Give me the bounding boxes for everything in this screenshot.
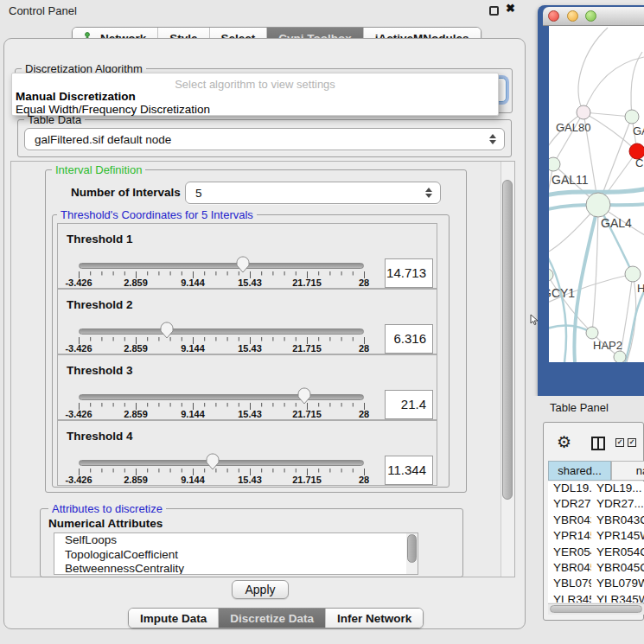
threshold-slider-track[interactable] <box>79 328 364 335</box>
attributes-scrollbar-thumb[interactable] <box>407 534 417 563</box>
dropdown-option-manual-discretization[interactable]: Manual Discretization <box>16 90 136 103</box>
slider-tick-label: -3.426 <box>56 475 101 485</box>
number-of-intervals-value: 5 <box>195 187 202 200</box>
number-of-intervals-spinner[interactable]: 5 <box>185 182 441 204</box>
threshold-value-field[interactable]: 6.316 <box>385 324 433 354</box>
apply-button[interactable]: Apply <box>232 580 289 599</box>
threshold-slider-thumb[interactable] <box>206 453 220 470</box>
cell-name: YLR345W <box>591 593 644 603</box>
threshold-slider-thumb[interactable] <box>236 256 250 273</box>
minimize-traffic-light[interactable] <box>567 10 578 22</box>
checkbox-icon[interactable]: ✓ <box>628 438 636 447</box>
threshold-slider-thumb[interactable] <box>160 322 174 339</box>
tab-discretize-data[interactable]: Discretize Data <box>218 609 325 628</box>
checkbox-icon[interactable]: ✓ <box>615 438 624 447</box>
network-node-label: GAL4 <box>601 216 632 230</box>
slider-tick-label: 2.859 <box>113 475 158 485</box>
table-data-selected-value: galFiltered.sif default node <box>35 133 171 146</box>
threshold-slider-track[interactable] <box>79 460 364 466</box>
table-row[interactable]: YBR043CYBR043C <box>548 513 644 529</box>
table-row[interactable]: YLR345WYLR345W <box>548 593 644 603</box>
horizontal-scrollbar-thumb[interactable] <box>550 605 642 613</box>
cell-name: YBR045C <box>591 561 644 577</box>
slider-tick-label: 28 <box>341 475 386 485</box>
table-row[interactable]: YBR045CYBR045C <box>548 561 644 577</box>
threshold-slider-track[interactable] <box>79 394 364 400</box>
attributes-group-title: Attributes to discretize <box>48 502 166 515</box>
close-traffic-light[interactable] <box>548 10 559 22</box>
zoom-traffic-light[interactable] <box>585 10 596 22</box>
network-node[interactable] <box>586 327 598 339</box>
cell-shared-name: YER054C <box>548 545 591 561</box>
screen: Control Panel ✖ NetworkStyleSelectCyni T… <box>0 0 644 644</box>
network-node-label: GCY1 <box>549 286 575 300</box>
cell-shared-name: YDL19... <box>548 481 591 497</box>
float-window-icon[interactable] <box>489 6 499 16</box>
slider-tick-label: 21.715 <box>284 409 329 419</box>
slider-tick-label: 21.715 <box>284 343 329 354</box>
numerical-attributes-list: SelfLoopsTopologicalCoefficientBetweenne… <box>54 532 418 575</box>
tab-impute-data[interactable]: Impute Data <box>129 609 218 628</box>
table-rows: YDL19...YDL19...YDR27...YDR27...YBR043CY… <box>548 481 644 603</box>
table-header-name[interactable]: name <box>611 461 644 481</box>
network-node[interactable] <box>549 269 553 281</box>
slider-tick-label: 28 <box>341 277 386 288</box>
table-row[interactable]: YBL079WYBL079W <box>548 577 644 592</box>
network-node[interactable] <box>577 105 590 119</box>
table-row[interactable]: YDL19...YDL19... <box>548 481 644 497</box>
gear-icon[interactable]: ⚙ <box>557 432 571 451</box>
table-header-shared-name[interactable]: shared... <box>548 461 611 481</box>
network-canvas[interactable]: GAL80GACGAL11GAL4GCY1HHAP2 <box>549 26 644 362</box>
slider-tick-label: 15.43 <box>227 475 272 485</box>
threshold-value-field[interactable]: 14.713 <box>385 258 433 288</box>
slider-tick-label: 15.43 <box>227 343 272 354</box>
table-panel-title: Table Panel <box>550 401 609 414</box>
numerical-attributes-label: Numerical Attributes <box>48 517 163 530</box>
table-data-select[interactable]: galFiltered.sif default node <box>24 128 505 150</box>
table-row[interactable]: YDR27...YDR27... <box>548 497 644 513</box>
tab-label: Infer Network <box>337 612 411 625</box>
attribute-item[interactable]: SelfLoops <box>54 533 418 548</box>
threshold-label: Threshold 1 <box>67 233 133 245</box>
slider-tick-label: 9.144 <box>170 409 215 419</box>
vertical-scrollbar-thumb[interactable] <box>502 180 513 500</box>
tab-label: Discretize Data <box>230 612 314 625</box>
slider-tick-label: 21.715 <box>284 277 329 288</box>
threshold-slider-track[interactable] <box>79 263 364 269</box>
slider-tick-label: 2.859 <box>113 277 158 288</box>
threshold-row: Threshold 4 11.344 -3.4262.8599.14415.43… <box>57 420 437 486</box>
threshold-label: Threshold 4 <box>67 430 133 443</box>
cell-name: YDL19... <box>591 481 644 497</box>
network-node[interactable] <box>614 351 626 362</box>
network-node[interactable] <box>625 266 641 282</box>
slider-tick-label: -3.426 <box>56 277 101 288</box>
cell-shared-name: YLR345W <box>548 593 591 603</box>
cell-name: YDR27... <box>591 497 644 513</box>
tab-infer-network[interactable]: Infer Network <box>325 609 423 628</box>
threshold-value-field[interactable]: 11.344 <box>385 456 433 485</box>
network-node[interactable] <box>586 193 610 217</box>
algorithm-dropdown-popup: Select algorithm to view settings Manual… <box>11 73 499 116</box>
table-row[interactable]: YPR145WYPR145W <box>548 529 644 545</box>
columns-icon[interactable] <box>591 437 605 450</box>
slider-tick-label: 9.144 <box>170 475 215 485</box>
threshold-value-field[interactable]: 21.4 <box>385 390 433 419</box>
network-node[interactable] <box>625 110 639 124</box>
cell-shared-name: YBL079W <box>548 577 591 592</box>
table-row[interactable]: YER054CYER054C <box>548 545 644 561</box>
dropdown-option-equal-width[interactable]: Equal Width/Frequency Discretization <box>16 103 210 116</box>
attribute-item[interactable]: BetweennessCentrality <box>54 562 418 575</box>
network-node[interactable] <box>549 157 560 171</box>
number-of-intervals-label: Number of Intervals <box>71 186 181 199</box>
interval-definition-group-title: Interval Definition <box>52 163 145 176</box>
slider-tick-label: -3.426 <box>56 343 101 354</box>
threshold-slider-thumb[interactable] <box>297 387 311 405</box>
network-graph: GAL80GACGAL11GAL4GCY1HHAP2 <box>549 26 644 362</box>
attribute-item[interactable]: TopologicalCoefficient <box>54 548 418 563</box>
cell-name: YBR043C <box>591 513 644 529</box>
cell-name: YER054C <box>591 545 644 561</box>
spinner-arrows-icon <box>425 188 432 198</box>
cell-name: YBL079W <box>591 577 644 592</box>
close-icon[interactable]: ✖ <box>506 2 515 15</box>
thresholds-group-title: Threshold's Coordinates for 5 Intervals <box>57 208 257 221</box>
